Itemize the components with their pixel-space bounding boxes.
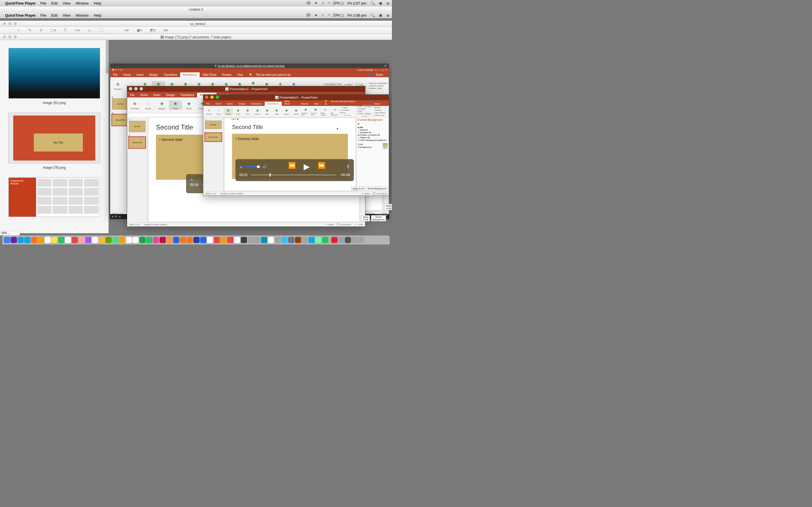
dock-app-icon[interactable] — [358, 237, 364, 243]
tab-animations[interactable]: Animations — [180, 72, 200, 77]
rewind-button[interactable]: ⏪ — [288, 162, 296, 171]
app-name[interactable]: QuickTime Player — [5, 13, 36, 17]
dock-app-icon[interactable] — [234, 237, 240, 243]
tab-transitions[interactable]: Transitions — [248, 102, 265, 106]
minimize-icon[interactable]: — — [378, 69, 380, 71]
effect-appear[interactable]: ★Appear — [224, 108, 233, 115]
menu-help[interactable]: Help — [94, 1, 101, 5]
reset-background-button[interactable]: Reset Background — [366, 187, 388, 190]
line-weight-icon[interactable]: ≡▾ — [124, 28, 129, 33]
maximize-icon[interactable]: ▢ — [382, 69, 384, 71]
dock-app-icon[interactable] — [322, 237, 328, 243]
tab-animations[interactable]: Animations — [265, 102, 282, 106]
share-icon[interactable]: ⇪ — [346, 164, 350, 169]
menu-file[interactable]: File — [40, 1, 46, 5]
stroke-color-icon[interactable]: ◼▾ — [137, 28, 142, 33]
apply-to-all-button[interactable]: Apply to All — [361, 215, 370, 221]
share-button[interactable]: 👤 Share — [366, 72, 389, 77]
tab-transitions[interactable]: Transitions — [161, 72, 180, 77]
dock-app-icon[interactable] — [248, 237, 254, 243]
dock-app-icon[interactable] — [51, 237, 57, 243]
dock-app-icon[interactable] — [254, 237, 260, 243]
menu-view[interactable]: View — [63, 1, 70, 5]
tab-design[interactable]: Design — [236, 102, 248, 106]
bluetooth-icon[interactable]: ᚼ — [322, 1, 324, 5]
apply-to-all-button[interactable]: Apply to All — [351, 187, 365, 190]
dock-app-icon[interactable] — [105, 237, 112, 243]
menu-view[interactable]: View — [63, 13, 70, 17]
slide-thumb-2[interactable]: Second Title — [205, 133, 221, 142]
effect-appear[interactable]: ★Appear — [155, 101, 168, 110]
quick-access[interactable]: 🖫 ↶ ↷ 🖉 — [112, 69, 122, 71]
tab-home[interactable]: Home — [120, 72, 134, 77]
tab-home[interactable]: Home — [137, 93, 151, 98]
close-icon[interactable]: ✕ — [384, 64, 387, 67]
close-icon[interactable]: ✕ — [385, 69, 387, 71]
seek-bar[interactable] — [251, 174, 337, 175]
dock-app-icon[interactable] — [146, 237, 152, 243]
dock-app-icon[interactable] — [119, 237, 125, 243]
tab-transitions[interactable]: Transitions — [177, 93, 197, 98]
dock-app-icon[interactable] — [126, 237, 132, 243]
bug-menuextra-icon[interactable]: ✦ — [314, 1, 318, 5]
dock-app-icon[interactable] — [338, 237, 344, 243]
preview-button[interactable]: ★Preview — [204, 108, 213, 115]
volume-slider[interactable] — [246, 166, 261, 167]
dock-app-icon[interactable] — [282, 237, 288, 243]
dock-app-icon[interactable] — [220, 237, 227, 243]
tab-insert[interactable]: Insert — [151, 93, 163, 98]
font-style-icon[interactable]: A▾ — [163, 28, 168, 33]
menubar-clock[interactable]: Fri 2:06 pm — [348, 13, 366, 17]
window-titlebar[interactable]: 📊 Presentation1 - PowerPoint — [203, 95, 389, 100]
dock-app-icon[interactable] — [58, 237, 64, 243]
dock-app-icon[interactable] — [160, 237, 166, 243]
dock-app-icon[interactable] — [302, 237, 308, 243]
menubar-clock[interactable]: Fri 2:07 pm — [348, 1, 366, 5]
dock-app-icon[interactable] — [112, 237, 118, 243]
slide-thumb-2[interactable]: Second Title — [129, 137, 146, 148]
dock-app-icon[interactable] — [241, 237, 247, 243]
reset-background-button[interactable]: Reset Background — [371, 215, 386, 221]
effect-floatin[interactable]: ★Float In — [253, 108, 262, 115]
tab-review[interactable]: Review — [219, 72, 234, 77]
malware-menuextra-icon[interactable]: Ⓜ — [306, 1, 310, 6]
duration-field[interactable]: ⏱ Duration: Auto — [357, 108, 372, 113]
apply-to-all-button[interactable]: Apply to All — [385, 204, 392, 210]
signature-icon[interactable]: ∿▾ — [74, 28, 80, 33]
zoom-traffic-icon[interactable] — [216, 96, 219, 99]
spotlight-icon[interactable]: 🔍 — [370, 1, 375, 5]
tab-insert[interactable]: Insert — [224, 102, 236, 106]
menu-edit[interactable]: Edit — [51, 1, 57, 5]
dock-app-icon[interactable] — [315, 237, 321, 243]
dock-app-icon[interactable] — [85, 237, 91, 243]
text-icon[interactable]: T — [64, 28, 66, 33]
pencil-icon[interactable]: ✎ — [28, 28, 32, 33]
dock-app-icon[interactable] — [65, 237, 71, 243]
preview-button[interactable]: ★Preview — [128, 101, 141, 110]
tab-design[interactable]: Design — [146, 72, 161, 77]
traffic-lights[interactable] — [3, 35, 17, 39]
effect-flyin[interactable]: ★Fly In — [243, 108, 252, 115]
dock-app-icon[interactable] — [200, 237, 206, 243]
slide-thumb-1[interactable]: My Title — [129, 121, 146, 132]
thumbnail-image-81[interactable] — [8, 48, 100, 99]
hide-bg-checkbox[interactable]: ☐ Hide background graphics — [358, 139, 388, 142]
thumbnail-image-78[interactable] — [8, 113, 100, 163]
tab-view[interactable]: View — [311, 102, 321, 106]
wand-icon[interactable]: ✧ — [17, 28, 20, 33]
slide-thumb-2[interactable]: Second Title — [112, 114, 129, 126]
annotate-icon[interactable]: ▭ — [88, 28, 91, 33]
dock-app-icon[interactable] — [45, 237, 51, 243]
dock-app-icon[interactable] — [227, 237, 234, 243]
dock-app-icon[interactable] — [352, 237, 358, 243]
dock-app-icon[interactable] — [274, 237, 281, 243]
dock-app-icon[interactable] — [166, 237, 172, 243]
dock-app-icon[interactable] — [295, 237, 301, 243]
dock-app-icon[interactable] — [193, 237, 200, 243]
traffic-lights[interactable] — [3, 22, 17, 25]
dock-app-icon[interactable] — [133, 237, 139, 243]
effect-split[interactable]: ★Split — [262, 108, 271, 115]
mute-icon[interactable]: 🔈 — [239, 165, 244, 169]
tab-view[interactable]: View — [234, 72, 246, 77]
zoom-level[interactable]: 50% ⌄ — [0, 231, 20, 235]
